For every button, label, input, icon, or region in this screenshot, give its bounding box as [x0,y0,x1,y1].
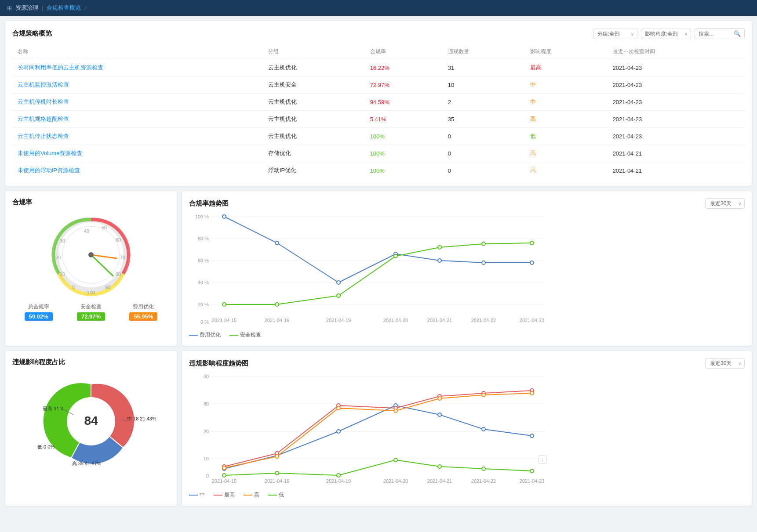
compliance-trend-svg: 100 % 80 % 60 % 40 % 20 % 0 % 2021-04-15… [189,212,550,326]
col-impact: 影响程度 [525,44,607,59]
cell-group: 云主机优化 [263,128,365,145]
svg-text:10: 10 [204,456,209,461]
svg-text:40: 40 [84,228,89,234]
violation-time-select[interactable]: 最近30天 [705,358,745,369]
cell-lastcheck: 2021-04-23 [608,128,745,145]
svg-text:30: 30 [60,238,65,243]
svg-point-42 [222,303,226,306]
cell-lastcheck: 2021-04-21 [608,145,745,162]
svg-point-89 [337,406,340,410]
cell-name[interactable]: 未使用的Volume资源检查 [12,145,263,162]
cell-violations: 0 [443,162,525,179]
impact-filter-select[interactable]: 影响程度:全部 [641,29,691,39]
cell-name[interactable]: 云主机停机时长检查 [12,94,263,111]
svg-text:0: 0 [206,473,209,478]
legend-label: 低 [279,491,284,499]
compliance-row: 合规率 [5,191,752,346]
trend-time-select-wrap: 最近30天 [705,198,745,209]
svg-point-47 [482,242,485,246]
legend-label: 中 [200,491,205,499]
svg-text:70: 70 [120,255,125,260]
cell-lastcheck: 2021-04-23 [608,111,745,128]
legend-line [189,495,198,496]
cell-group: 云主机优化 [263,59,365,76]
table-row: 未使用的Volume资源检查 存储优化 100% 0 高 2021-04-21 [12,145,745,162]
donut-svg: 84 中 18 21.43% 最高 31 3... 高 35 41.67% [29,373,153,470]
svg-point-43 [275,303,279,306]
svg-point-36 [275,241,279,245]
col-name: 名称 [12,44,263,59]
svg-point-77 [438,413,441,416]
svg-point-35 [222,215,226,218]
svg-text:20: 20 [55,255,61,260]
legend-item: 最高 [214,491,235,499]
svg-point-40 [482,261,485,264]
total-rate-badge: 59.02% [25,312,53,321]
nav-current[interactable]: 合规检查概览 [47,4,81,12]
violation-trend-header: 违规影响程度趋势图 最近30天 [189,358,745,369]
cell-rate: 72.97% [365,76,443,94]
compliance-trend-card: 合规率趋势图 最近30天 100 % [182,191,752,346]
cell-rate: 100% [365,128,443,145]
svg-text:0: 0 [72,285,75,290]
violation-trend-card: 违规影响程度趋势图 最近30天 40 30 20 [182,351,752,506]
cell-name[interactable]: 云主机规格超配检查 [12,111,263,128]
main-content: 合规策略概览 分组:全部 影响程度:全部 🔍 [0,16,757,511]
trend-time-select[interactable]: 最近30天 [705,198,745,209]
svg-text:60 %: 60 % [198,258,209,263]
total-rate-label: 总合规率 59.02% [25,303,53,321]
violation-trend-chart: 40 30 20 10 0 2021-04-15 2021-04-16 2021… [189,372,745,488]
cell-impact: 中 [525,76,607,94]
svg-text:84: 84 [84,414,98,427]
cell-rate: 100% [365,162,443,179]
svg-text:2021-04-15: 2021-04-15 [212,318,237,323]
group-filter-select[interactable]: 分组:全部 [593,29,637,39]
trend-header: 合规率趋势图 最近30天 [189,198,745,209]
search-icon: 🔍 [734,30,741,37]
cell-name[interactable]: 云主机停止状态检查 [12,128,263,145]
cell-impact: 最高 [525,59,607,76]
legend-item: 高 [244,491,259,499]
svg-text:2021-04-23: 2021-04-23 [520,318,544,323]
cell-name[interactable]: 未使用的浮动IP资源检查 [12,162,263,179]
trend-legend: 费用优化 安全检查 [189,331,745,339]
svg-point-16 [88,252,94,257]
cell-group: 浮动IP优化 [263,162,365,179]
top-navigation: ⊞ 资源治理 | 合规检查概览 / [0,0,757,16]
svg-text:2021-04-21: 2021-04-21 [427,318,452,323]
col-group: 分组 [263,44,365,59]
svg-text:40 %: 40 % [198,280,209,285]
svg-text:↓: ↓ [541,457,544,462]
nav-root[interactable]: 资源治理 [15,4,38,12]
search-input[interactable] [699,31,734,37]
legend-item: 中 [189,491,205,499]
svg-text:2021-04-20: 2021-04-20 [383,318,408,323]
policy-filters: 分组:全部 影响程度:全部 🔍 [593,28,745,39]
legend-line [244,495,252,496]
cell-name[interactable]: 长时间利用率低的云主机资源检查 [12,59,263,76]
svg-text:2021-04-22: 2021-04-22 [471,478,496,484]
cell-impact: 高 [525,111,607,128]
svg-point-94 [222,474,226,477]
svg-text:2021-04-15: 2021-04-15 [212,478,237,484]
svg-text:2021-04-16: 2021-04-16 [265,318,289,323]
cell-rate: 100% [365,145,443,162]
svg-point-48 [530,241,534,245]
policy-table-card: 合规策略概览 分组:全部 影响程度:全部 🔍 [5,21,752,186]
svg-point-92 [482,393,485,397]
group-filter-wrap: 分组:全部 [593,29,637,39]
violation-legend: 中最高高低 [189,491,745,499]
cell-violations: 0 [443,145,525,162]
svg-point-41 [530,261,534,264]
col-rate: 合规率 [365,44,443,59]
cell-name[interactable]: 云主机监控激活检查 [12,76,263,94]
svg-text:最高 31  3...: 最高 31 3... [43,406,67,411]
impact-filter-wrap: 影响程度:全部 [641,29,691,39]
violation-trend-title: 违规影响程度趋势图 [189,359,248,368]
nav-icon: ⊞ [7,5,12,11]
table-row: 云主机停机时长检查 云主机优化 94.59% 2 中 2021-04-23 [12,94,745,111]
svg-point-46 [438,246,441,249]
svg-text:2021-04-22: 2021-04-22 [471,318,496,323]
table-row: 云主机规格超配检查 云主机优化 5.41% 35 高 2021-04-23 [12,111,745,128]
svg-point-79 [530,434,534,438]
